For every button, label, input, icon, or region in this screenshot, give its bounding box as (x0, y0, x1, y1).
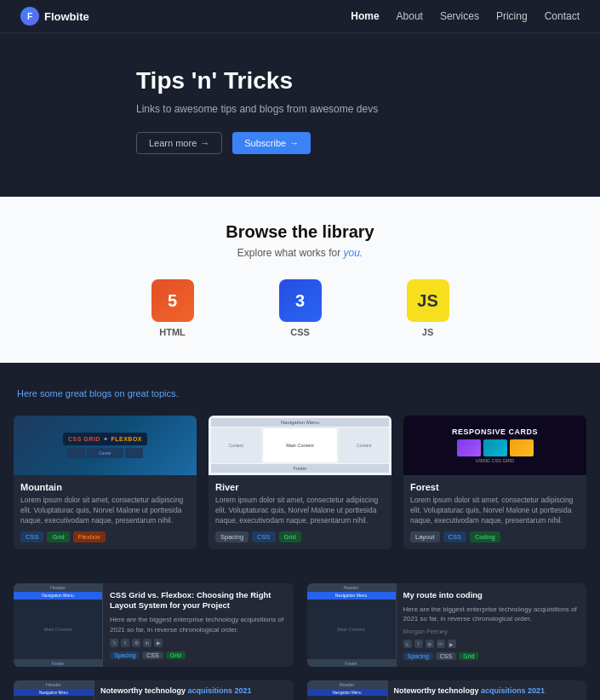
css-icon-item[interactable]: 3 CSS (279, 279, 322, 337)
browse-title: Browse the library (17, 222, 583, 242)
hero-section: Tips 'n' Tricks Links to awesome tips an… (0, 33, 600, 197)
blog-route-tag2[interactable]: CSS (436, 652, 456, 660)
nav-home[interactable]: Home (351, 10, 379, 22)
card-river-image: Navigation Menu Content Main Content Con… (209, 416, 391, 475)
blog-route-header: Header (307, 583, 396, 592)
card-river-text: Lorem ipsum dolor sit amet, consectetur … (215, 496, 385, 526)
cards-section: Here some great blogs on great topics. C… (0, 363, 600, 575)
js-icon-item[interactable]: JS JS (407, 279, 449, 337)
blog-social-icons: 𝕏 f ⚙ in ▶ (110, 639, 287, 647)
noteworthy-header2: Header (307, 680, 387, 689)
social-twitter-icon[interactable]: 𝕏 (110, 639, 118, 647)
noteworthy-preview2: Header Navigation Menu Main Content Foot… (307, 680, 388, 700)
tag-flexbox[interactable]: Flexbox (73, 531, 106, 542)
social-linkedin-icon[interactable]: in (143, 639, 151, 647)
social-youtube-icon2[interactable]: ▶ (448, 640, 456, 648)
blog-card-cssGrid-preview: Header Navigation Menu Main Content Foot… (14, 583, 103, 668)
card-forest-image: RESPONSIVE CARDS USING CSS GRID (403, 416, 586, 475)
nav-pricing[interactable]: Pricing (496, 10, 528, 22)
blog-card-route-title: My route into coding (403, 590, 580, 600)
noteworthy-content1: Noteworthy technology acquisitions 2021 … (94, 680, 294, 700)
hero-title: Tips 'n' Tricks (136, 67, 464, 95)
card-river-tags: Spacing CSS Grid (215, 531, 385, 542)
noteworthy-header1: Header (14, 680, 94, 689)
nav-contact[interactable]: Contact (545, 10, 580, 22)
tag-css[interactable]: CSS (252, 531, 275, 542)
blog-tag-grid[interactable]: Grid (166, 651, 186, 659)
blog-card-cssGrid-text: Here are the biggest enterprise technolo… (110, 615, 287, 634)
social-youtube-icon[interactable]: ▶ (154, 639, 163, 647)
tag-grid[interactable]: Grid (47, 531, 69, 542)
blog-tag-spacing[interactable]: Spacing (110, 651, 140, 659)
card-mountain-body: Mountain Lorem ipsum dolor sit amet, con… (14, 475, 197, 549)
noteworthy-card2-inner: Header Navigation Menu Main Content Foot… (307, 680, 587, 700)
noteworthy-title2: Noteworthy technology acquisitions 2021 (394, 686, 581, 697)
tag-css[interactable]: CSS (443, 531, 466, 542)
card-forest-title: Forest (410, 482, 580, 492)
brand[interactable]: F Flowbite (20, 7, 89, 26)
card-mountain-title: Mountain (20, 482, 190, 492)
blog-card-cssGrid-title: CSS Grid vs. Flexbox: Choosing the Right… (110, 590, 287, 611)
learn-more-button[interactable]: Learn more → (136, 132, 222, 154)
noteworthy-card2[interactable]: Header Navigation Menu Main Content Foot… (307, 680, 587, 700)
tag-layout[interactable]: Layout (410, 531, 440, 542)
noteworthy-highlight1: acquisitions 2021 (188, 686, 252, 695)
html-icon-item[interactable]: 5 HTML (151, 279, 194, 337)
noteworthy-preview1: Header Navigation Menu Main Content Foot… (14, 680, 94, 700)
card-forest[interactable]: RESPONSIVE CARDS USING CSS GRID Forest L… (403, 416, 586, 549)
blog-card-cssGrid[interactable]: Header Navigation Menu Main Content Foot… (14, 583, 294, 668)
tag-css[interactable]: CSS (20, 531, 43, 542)
blog-card-route[interactable]: Header Navigation Menu Main Content Foot… (307, 583, 587, 668)
tag-coding[interactable]: Coding (470, 531, 500, 542)
brand-name: Flowbite (44, 10, 89, 23)
tag-grid[interactable]: Grid (279, 531, 301, 542)
js-label: JS (422, 327, 433, 337)
tag-spacing[interactable]: Spacing (215, 531, 249, 542)
noteworthy-title1: Noteworthy technology acquisitions 2021 (100, 686, 288, 697)
card-mountain-image: CSS GRID + FLEXBOX Center (14, 416, 197, 475)
blog-preview-footer: Footer (14, 659, 102, 667)
social-facebook-icon2[interactable]: f (414, 640, 423, 648)
noteworthy-body2: Main Content (307, 696, 387, 700)
html-label: HTML (159, 327, 186, 337)
subscribe-button[interactable]: Subscribe → (232, 132, 311, 154)
noteworthy-card1[interactable]: Header Navigation Menu Main Content Foot… (14, 680, 294, 700)
using-css-text: USING CSS GRID (476, 458, 515, 463)
social-facebook-icon[interactable]: f (121, 639, 129, 647)
blog-preview-header: Header (14, 583, 102, 592)
social-github-icon[interactable]: ⚙ (132, 639, 140, 647)
card-river-title: River (215, 482, 385, 492)
social-twitter-icon2[interactable]: 𝕏 (403, 640, 412, 648)
card-river-body: River Lorem ipsum dolor sit amet, consec… (209, 475, 391, 549)
blog-route-tag3[interactable]: Grid (459, 652, 478, 660)
brand-icon: F (20, 7, 39, 26)
blog-cssGrid-tags: Spacing CSS Grid (110, 651, 287, 659)
nav-about[interactable]: About (397, 10, 423, 22)
arrow-right-icon: → (200, 138, 209, 148)
browse-subtitle: Explore what works for you. (17, 247, 583, 259)
blog-route-social: 𝕏 f ⚙ in ▶ (403, 640, 580, 648)
css-label: CSS (290, 327, 310, 337)
social-github-icon2[interactable]: ⚙ (426, 640, 434, 648)
browse-section: Browse the library Explore what works fo… (0, 197, 600, 363)
js-badge: JS (407, 279, 449, 322)
cards-grid: CSS GRID + FLEXBOX Center Mountain Lorem… (14, 416, 586, 549)
noteworthy-nav2: Navigation Menu (307, 689, 387, 696)
navbar: F Flowbite Home About Services Pricing C… (0, 0, 600, 33)
nav-services[interactable]: Services (440, 10, 479, 22)
blog-route-footer: Footer (307, 659, 396, 667)
html-badge: 5 (151, 279, 194, 322)
nav-links: Home About Services Pricing Contact (351, 10, 580, 22)
card-mountain[interactable]: CSS GRID + FLEXBOX Center Mountain Lorem… (14, 416, 197, 549)
card-mountain-text: Lorem ipsum dolor sit amet, consectetur … (20, 496, 190, 526)
responsive-cards-text: RESPONSIVE CARDS (452, 427, 538, 437)
blog-tag-css[interactable]: CSS (142, 651, 163, 659)
blog-preview-body: Main Content (14, 600, 102, 660)
card-river[interactable]: Navigation Menu Content Main Content Con… (209, 416, 391, 549)
blog-route-tag1[interactable]: Spacing (403, 652, 433, 660)
blog-card-cssGrid-inner: Header Navigation Menu Main Content Foot… (14, 583, 294, 668)
card-mountain-tags: CSS Grid Flexbox (20, 531, 190, 542)
blog-card-cssGrid-content: CSS Grid vs. Flexbox: Choosing the Right… (103, 583, 294, 668)
section-subtitle: Here some great blogs on great topics. (14, 388, 586, 399)
social-linkedin-icon2[interactable]: in (437, 640, 445, 648)
